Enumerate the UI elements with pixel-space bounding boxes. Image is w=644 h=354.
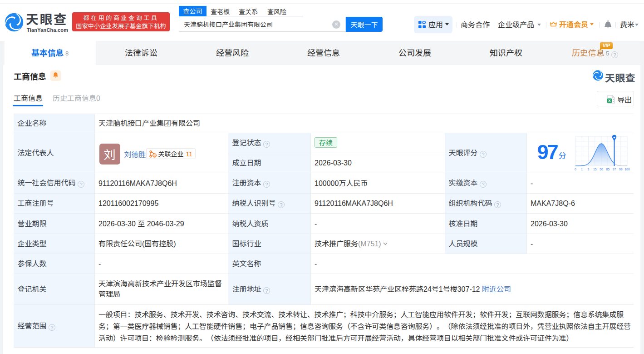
svg-text:99: 99 <box>619 168 623 171</box>
svg-text:企: 企 <box>153 154 156 158</box>
svg-text:15: 15 <box>593 168 597 171</box>
svg-text:50: 50 <box>600 168 603 171</box>
svg-text:0: 0 <box>575 168 576 171</box>
svg-text:1: 1 <box>581 168 583 171</box>
svg-text:3: 3 <box>587 168 589 171</box>
svg-text:100: 100 <box>624 168 630 171</box>
svg-text:97: 97 <box>612 168 616 171</box>
svg-text:85: 85 <box>606 168 610 171</box>
